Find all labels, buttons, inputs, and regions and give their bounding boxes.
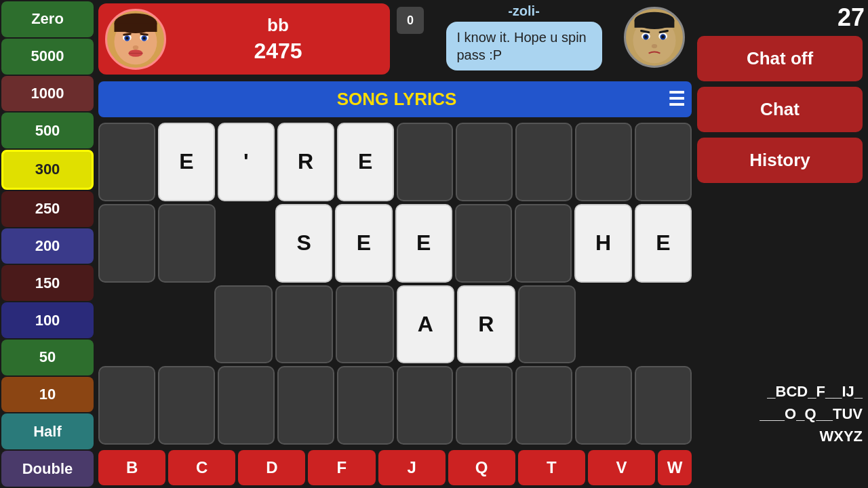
spin-value-sidebar: Zero 5000 1000 500 300 250 200 150 100 5…: [0, 0, 95, 488]
cell-3-1: [158, 366, 215, 445]
cell-0-7: [515, 123, 572, 201]
svg-point-22: [662, 35, 665, 38]
cell-0-2: ': [218, 123, 275, 201]
svg-point-21: [644, 35, 647, 38]
player2-score-badge: 0: [397, 7, 424, 34]
hamburger-menu-icon[interactable]: ☰: [668, 88, 685, 110]
letter-grid: E ' R E S E E H E: [98, 120, 692, 447]
player1-panel: bb 2475: [98, 3, 390, 75]
key-B[interactable]: B: [98, 450, 165, 485]
spin-10[interactable]: 10: [1, 377, 94, 413]
letters-hint-line3: WXYZ: [697, 425, 863, 447]
key-F[interactable]: F: [308, 450, 375, 485]
chat-bubble: I know it. Hope u spin pass :P: [446, 22, 602, 70]
player1-name: bb: [267, 15, 289, 36]
letters-hint-line2: ___O_Q__TUV: [697, 403, 863, 425]
key-W[interactable]: W: [658, 450, 692, 485]
grid-row-1: S E E H E: [98, 204, 692, 283]
round-counter: 27: [837, 3, 865, 32]
category-bar: SONG LYRICS ☰: [98, 81, 692, 117]
cell-3-0: [98, 366, 155, 445]
chat-button[interactable]: Chat: [697, 87, 863, 132]
key-V[interactable]: V: [588, 450, 655, 485]
spin-double[interactable]: Double: [1, 451, 94, 487]
cell-0-9: [635, 123, 692, 201]
spin-250[interactable]: 250: [1, 191, 94, 227]
cell-2-7: [518, 285, 576, 364]
cell-0-1: E: [158, 123, 215, 201]
cell-3-2: [218, 366, 275, 445]
cell-3-5: [397, 366, 454, 445]
grid-row-3: [98, 366, 692, 445]
cell-3-3: [277, 366, 334, 445]
chat-off-button[interactable]: Chat off: [697, 36, 863, 81]
cell-3-7: [515, 366, 572, 445]
grid-row-0: E ' R E: [98, 123, 692, 201]
spin-100[interactable]: 100: [1, 302, 94, 338]
spin-300[interactable]: 300: [1, 150, 94, 190]
player2-avatar: [624, 7, 685, 68]
svg-point-13: [133, 45, 138, 49]
cell-2-4: [336, 285, 394, 364]
grid-row-2: A R: [98, 285, 692, 364]
right-sidebar: Chat off Chat History: [692, 30, 868, 188]
svg-rect-2: [115, 23, 157, 32]
cell-1-9: E: [635, 204, 692, 283]
spin-1000[interactable]: 1000: [1, 76, 94, 112]
cell-1-5: E: [395, 204, 452, 283]
cell-2-6: R: [457, 285, 515, 364]
category-label: SONG LYRICS: [337, 89, 457, 110]
cell-2-9: [637, 285, 692, 364]
cell-1-0: [98, 204, 155, 283]
cell-1-4: E: [335, 204, 392, 283]
cell-1-7: [515, 204, 572, 283]
player2-name: -zoli-: [508, 3, 540, 19]
cell-0-5: [397, 123, 454, 201]
cell-1-2: [218, 204, 273, 283]
key-C[interactable]: C: [168, 450, 235, 485]
cell-1-6: [455, 204, 512, 283]
cell-3-6: [456, 366, 513, 445]
svg-rect-16: [635, 20, 675, 28]
cell-3-4: [337, 366, 394, 445]
spin-50[interactable]: 50: [1, 340, 94, 375]
spin-500[interactable]: 500: [1, 113, 94, 148]
player2-area: 0 -zoli- I know it. Hope u spin pass :P: [397, 3, 685, 78]
history-button[interactable]: History: [697, 138, 863, 183]
player1-score: 2475: [254, 39, 302, 64]
cell-2-2: [214, 285, 273, 364]
cell-0-4: E: [337, 123, 394, 201]
svg-point-8: [143, 37, 146, 39]
spin-5000[interactable]: 5000: [1, 39, 94, 75]
spin-half[interactable]: Half: [1, 413, 94, 449]
cell-1-3: S: [275, 204, 332, 283]
player1-info: bb 2475: [166, 15, 383, 64]
cell-2-1: [157, 285, 212, 364]
svg-point-25: [652, 43, 657, 47]
key-D[interactable]: D: [238, 450, 305, 485]
letters-hint: _BCD_F__IJ_ ___O_Q__TUV WXYZ: [692, 380, 868, 447]
cell-2-3: [275, 285, 334, 364]
spin-200[interactable]: 200: [1, 228, 94, 264]
keyboard-row: B C D F J Q T V W: [98, 447, 692, 488]
cell-1-8: H: [574, 204, 631, 283]
cell-3-9: [635, 366, 692, 445]
cell-0-3: R: [277, 123, 334, 201]
key-J[interactable]: J: [378, 450, 446, 485]
cell-3-8: [575, 366, 632, 445]
spin-zero[interactable]: Zero: [1, 1, 94, 37]
key-T[interactable]: T: [518, 450, 585, 485]
cell-0-0: [98, 123, 155, 201]
puzzle-area: SONG LYRICS ☰ E ' R E S E E H: [98, 81, 692, 488]
cell-2-8: [578, 285, 634, 364]
cell-2-0: [98, 285, 154, 364]
cell-0-6: [456, 123, 513, 201]
letters-hint-line1: _BCD_F__IJ_: [697, 380, 863, 403]
svg-point-7: [125, 37, 128, 39]
cell-0-8: [575, 123, 632, 201]
spin-150[interactable]: 150: [1, 265, 94, 301]
player1-avatar: [105, 9, 166, 70]
key-Q[interactable]: Q: [448, 450, 515, 485]
cell-2-5: A: [397, 285, 455, 364]
cell-1-1: [158, 204, 215, 283]
